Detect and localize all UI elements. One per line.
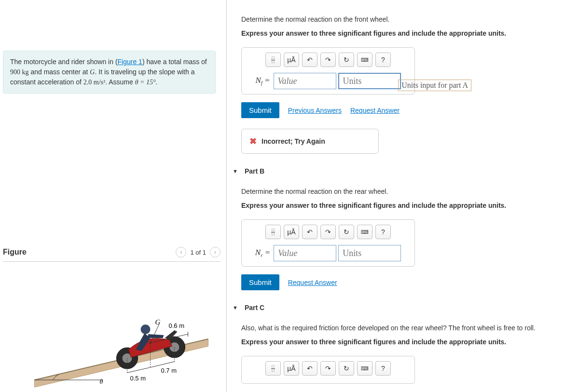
special-char-button[interactable]: µÅ: [284, 361, 299, 376]
part-b-prompt: Determine the normal reaction on the rea…: [241, 187, 569, 197]
keyboard-icon[interactable]: ⌨: [357, 225, 372, 239]
part-b-header[interactable]: ▼ Part B: [233, 167, 569, 175]
svg-text:G: G: [155, 318, 161, 326]
figure-link[interactable]: Figure 1: [118, 58, 142, 66]
part-b-request-answer-link[interactable]: Request Answer: [288, 279, 337, 286]
left-column: The motorcycle and rider shown in (Figur…: [0, 0, 227, 392]
part-a-instruction: Express your answer to three significant…: [241, 28, 569, 39]
part-b-input-block: □□ µÅ ↶ ↷ ↻ ⌨ ? Nr =: [241, 219, 415, 267]
redo-icon[interactable]: ↷: [320, 225, 336, 239]
figure-image: θ G: [3, 276, 221, 392]
redo-icon[interactable]: ↷: [320, 53, 336, 67]
part-a-prompt: Determine the normal reaction on the fro…: [241, 14, 569, 25]
svg-text:0.6 m: 0.6 m: [169, 322, 185, 329]
caret-down-icon: ▼: [233, 168, 238, 174]
part-b-actions: Submit Request Answer: [241, 274, 569, 290]
part-b-title: Part B: [245, 167, 264, 175]
part-a-units-hint: Units input for part A: [398, 80, 471, 91]
part-c-header[interactable]: ▼ Part C: [233, 304, 569, 311]
part-c-instruction: Express your answer to three significant…: [241, 337, 569, 347]
svg-point-8: [141, 324, 151, 334]
caret-down-icon: ▼: [233, 305, 238, 311]
part-b-section: Determine the normal reaction on the rea…: [241, 187, 569, 290]
undo-icon[interactable]: ↶: [302, 361, 317, 376]
part-a-input-block: □□ µÅ ↶ ↷ ↻ ⌨ ? Nf = Units input for par…: [241, 47, 415, 95]
figure-prev-button[interactable]: ‹: [176, 247, 186, 257]
part-c-title: Part C: [245, 304, 264, 311]
svg-text:0.5 m: 0.5 m: [130, 375, 146, 382]
reset-icon[interactable]: ↻: [339, 361, 354, 376]
fraction-tool-icon[interactable]: □□: [265, 361, 281, 376]
part-a-feedback: ✖ Incorrect; Try Again: [241, 129, 379, 154]
fraction-tool-icon[interactable]: □□: [265, 53, 281, 67]
problem-text: The motorcycle and rider shown in (: [10, 58, 118, 66]
part-c-section: Also, what is the required friction forc…: [241, 323, 569, 384]
part-a-variable: Nf =: [255, 76, 270, 86]
part-a-units-input[interactable]: [338, 73, 401, 89]
undo-icon[interactable]: ↶: [302, 53, 317, 67]
reset-icon[interactable]: ↻: [339, 53, 354, 67]
reset-icon[interactable]: ↻: [339, 225, 354, 239]
part-a-toolbar: □□ µÅ ↶ ↷ ↻ ⌨ ?: [242, 53, 414, 67]
figure-section: Figure ‹ 1 of 1 › θ: [3, 243, 221, 392]
part-b-variable: Nr =: [255, 248, 270, 258]
feedback-text: Incorrect; Try Again: [262, 137, 325, 145]
part-a-section: Determine the normal reaction on the fro…: [241, 14, 569, 154]
part-b-value-input[interactable]: [274, 245, 336, 261]
help-button[interactable]: ?: [375, 361, 391, 376]
part-b-units-input[interactable]: [338, 245, 401, 261]
figure-title: Figure: [3, 248, 27, 257]
part-a-value-input[interactable]: [274, 73, 336, 89]
figure-nav: ‹ 1 of 1 ›: [176, 247, 221, 257]
part-a-actions: Submit Previous Answers Request Answer: [241, 102, 569, 118]
help-button[interactable]: ?: [375, 225, 391, 239]
part-b-submit-button[interactable]: Submit: [241, 274, 279, 290]
part-a-previous-answers-link[interactable]: Previous Answers: [288, 107, 342, 114]
figure-next-button[interactable]: ›: [210, 247, 221, 257]
figure-counter: 1 of 1: [190, 249, 206, 256]
part-c-input-block: □□ µÅ ↶ ↷ ↻ ⌨ ?: [241, 356, 415, 384]
part-c-prompt: Also, what is the required friction forc…: [241, 323, 569, 333]
part-b-toolbar: □□ µÅ ↶ ↷ ↻ ⌨ ?: [242, 225, 414, 239]
part-b-instruction: Express your answer to three significant…: [241, 201, 569, 211]
special-char-button[interactable]: µÅ: [284, 225, 299, 239]
fraction-tool-icon[interactable]: □□: [265, 225, 281, 239]
svg-text:0.7 m: 0.7 m: [161, 367, 177, 374]
right-column: Determine the normal reaction on the fro…: [227, 0, 579, 392]
problem-statement: The motorcycle and rider shown in (Figur…: [3, 51, 216, 94]
redo-icon[interactable]: ↷: [320, 361, 336, 376]
part-c-toolbar: □□ µÅ ↶ ↷ ↻ ⌨ ?: [242, 361, 414, 376]
keyboard-icon[interactable]: ⌨: [357, 361, 372, 376]
help-button[interactable]: ?: [375, 53, 391, 67]
keyboard-icon[interactable]: ⌨: [357, 53, 372, 67]
undo-icon[interactable]: ↶: [302, 225, 317, 239]
part-a-submit-button[interactable]: Submit: [241, 102, 279, 118]
part-a-request-answer-link[interactable]: Request Answer: [350, 107, 400, 114]
special-char-button[interactable]: µÅ: [284, 53, 299, 67]
svg-text:θ: θ: [100, 378, 103, 385]
incorrect-icon: ✖: [249, 136, 257, 147]
